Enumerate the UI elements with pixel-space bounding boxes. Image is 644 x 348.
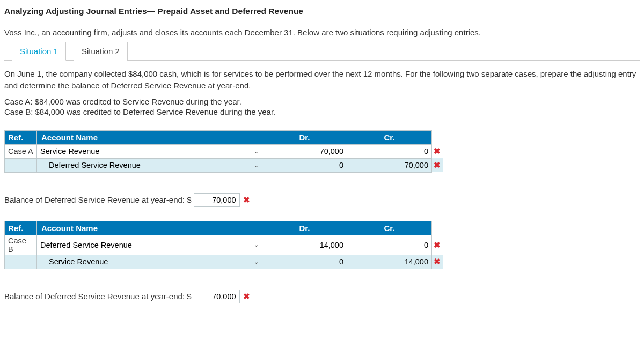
- incorrect-icon: ✖: [434, 160, 441, 169]
- balance-input[interactable]: [194, 193, 240, 207]
- incorrect-icon: ✖: [243, 292, 250, 301]
- col-cr: Cr.: [347, 221, 432, 235]
- journal-table-case-b: Ref. Account Name Dr. Cr. Case B ⌄ ✖ ⌄ ✖: [4, 221, 443, 269]
- table-row: ⌄ ✖: [5, 255, 443, 269]
- account-select[interactable]: [46, 255, 262, 269]
- situation-description: On June 1, the company collected $84,000…: [4, 68, 640, 92]
- journal-table-case-a: Ref. Account Name Dr. Cr. Case A ⌄ ✖ ⌄ ✖: [4, 130, 443, 173]
- debit-input[interactable]: [262, 145, 347, 158]
- table-row: Case A ⌄ ✖: [5, 144, 443, 158]
- tab-situation-1[interactable]: Situation 1: [12, 42, 66, 61]
- credit-input[interactable]: [347, 159, 431, 172]
- balance-label: Balance of Deferred Service Revenue at y…: [4, 292, 192, 301]
- ref-label: Case A: [5, 144, 37, 158]
- page-title: Analyzing Adjusting Journal Entries— Pre…: [4, 6, 640, 16]
- col-dr: Dr.: [262, 221, 347, 235]
- balance-row-case-b: Balance of Deferred Service Revenue at y…: [4, 290, 640, 303]
- credit-input[interactable]: [347, 145, 431, 158]
- col-dr: Dr.: [262, 130, 347, 144]
- incorrect-icon: ✖: [434, 146, 441, 156]
- account-select[interactable]: [37, 145, 262, 158]
- case-b-description: Case B: $84,000 was credited to Deferred…: [4, 107, 640, 116]
- col-ref: Ref.: [5, 221, 37, 235]
- debit-input[interactable]: [262, 255, 347, 269]
- credit-input[interactable]: [347, 255, 431, 269]
- incorrect-icon: ✖: [243, 195, 250, 205]
- balance-input[interactable]: [194, 290, 240, 303]
- tab-situation-2[interactable]: Situation 2: [74, 42, 128, 61]
- case-a-description: Case A: $84,000 was credited to Service …: [4, 97, 640, 106]
- balance-row-case-a: Balance of Deferred Service Revenue at y…: [4, 193, 640, 207]
- debit-input[interactable]: [262, 159, 347, 172]
- table-row: ⌄ ✖: [5, 158, 443, 172]
- col-account: Account Name: [37, 221, 262, 235]
- account-select[interactable]: [37, 235, 262, 255]
- incorrect-icon: ✖: [434, 240, 441, 249]
- col-account: Account Name: [37, 130, 262, 144]
- col-ref: Ref.: [5, 130, 37, 144]
- account-select[interactable]: [46, 159, 262, 172]
- tab-bar: Situation 1 Situation 2: [4, 41, 640, 61]
- debit-input[interactable]: [262, 235, 347, 255]
- intro-text: Voss Inc., an accounting firm, adjusts a…: [4, 28, 640, 37]
- balance-label: Balance of Deferred Service Revenue at y…: [4, 195, 192, 204]
- incorrect-icon: ✖: [434, 257, 441, 266]
- table-row: Case B ⌄ ✖: [5, 235, 443, 255]
- col-cr: Cr.: [347, 130, 432, 144]
- ref-label: Case B: [5, 235, 37, 255]
- credit-input[interactable]: [347, 235, 431, 255]
